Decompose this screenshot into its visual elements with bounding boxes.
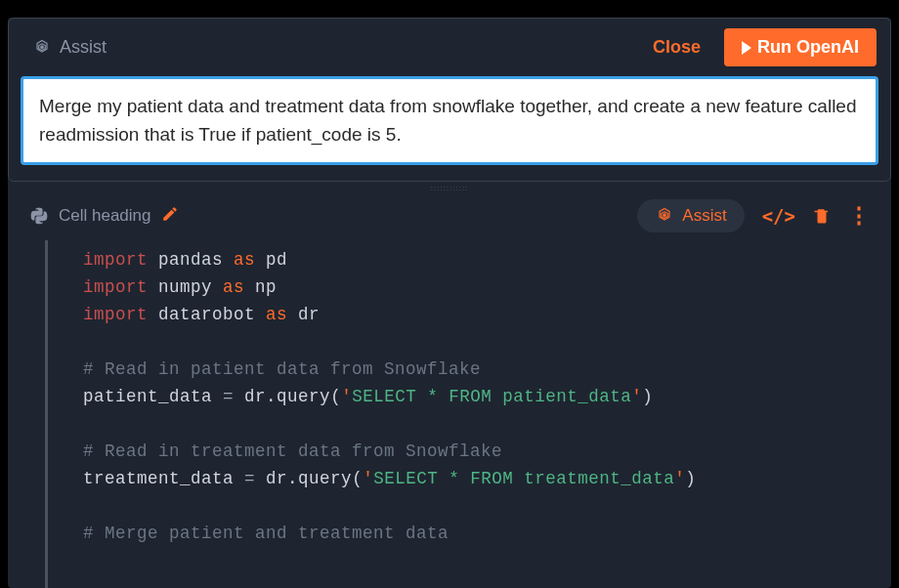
close-button-label: Close [653,37,701,57]
code-line [83,492,852,520]
more-menu-icon[interactable]: ⋮ [848,205,870,227]
assist-title: Assist [60,37,107,58]
run-openai-button[interactable]: Run OpenAI [724,28,877,66]
python-icon [29,206,49,226]
resize-handle[interactable]: :::::::::::: [8,184,891,193]
assist-panel: Assist Close Run OpenAI [8,18,891,182]
assist-header: Assist Close Run OpenAI [9,19,890,76]
play-icon [742,41,751,55]
code-line: # Read in patient data from Snowflake [83,356,852,383]
code-editor[interactable]: import pandas as pdimport numpy as npimp… [45,240,872,588]
code-line: import pandas as pd [83,246,852,273]
code-line [83,328,852,356]
cell-heading-label: Cell heading [59,206,151,226]
openai-icon [32,38,52,58]
main-container: Assist Close Run OpenAI :::::::::::: [8,18,891,588]
code-line [83,410,852,438]
code-line: import datarobot as dr [83,301,852,328]
prompt-textarea[interactable] [21,76,878,165]
code-line: patient_data = dr.query('SELECT * FROM p… [83,383,852,410]
code-line: treatment_data = dr.query('SELECT * FROM… [83,465,852,492]
code-line: # Merge patient and treatment data [83,520,852,547]
assist-pill-label: Assist [682,206,726,226]
code-line: import numpy as np [83,273,852,301]
run-button-label: Run OpenAI [757,37,859,58]
assist-actions: Close Run OpenAI [645,28,877,66]
toolbar-right: Assist </> ⋮ [637,199,870,232]
code-toggle-button[interactable]: </> [762,205,795,227]
openai-icon-orange [655,206,674,226]
code-line: # Read in treatment data from Snowflake [83,438,852,465]
svg-point-0 [41,45,44,48]
assist-pill-button[interactable]: Assist [637,199,744,232]
cell-container: Cell heading Assist [8,193,891,588]
trash-icon[interactable] [813,206,831,226]
close-button[interactable]: Close [645,29,708,65]
assist-title-group: Assist [32,37,107,58]
prompt-container [9,76,890,181]
cell-toolbar: Cell heading Assist [8,193,891,240]
svg-point-1 [664,214,666,217]
pencil-icon[interactable] [161,205,179,228]
toolbar-left: Cell heading [29,205,179,228]
